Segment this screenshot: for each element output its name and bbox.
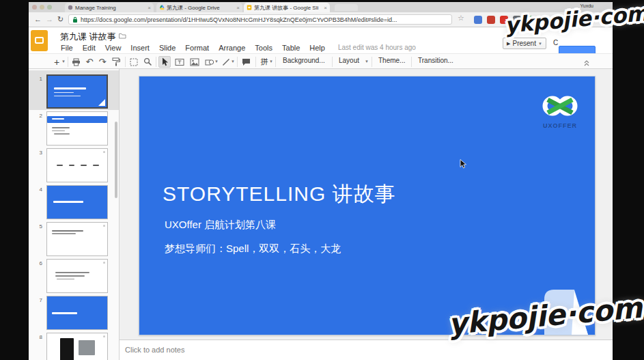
bookmark-star-icon[interactable]: ☆ — [458, 14, 464, 23]
slide-row-7[interactable]: 7 — [29, 293, 119, 330]
menu-view[interactable]: View — [100, 44, 126, 52]
slide-row-5[interactable]: 5 — [29, 219, 119, 256]
menu-arrange[interactable]: Arrange — [214, 44, 250, 52]
address-bar-row: ← → ↻ https://docs.google.com/presentati… — [29, 12, 613, 27]
slide-thumbnail-1[interactable] — [46, 74, 108, 109]
present-button[interactable]: ▶ Present ▼ — [503, 38, 546, 49]
textbox-tool-button[interactable] — [173, 56, 186, 68]
extension-icon[interactable] — [474, 16, 482, 24]
comments-button[interactable]: C — [553, 39, 558, 46]
insert-image-button[interactable] — [188, 56, 201, 68]
uxoffer-logo-text: UXOFFER — [537, 122, 583, 129]
url-input[interactable]: https://docs.google.com/presentation/d/1… — [68, 14, 452, 25]
tab-close-icon[interactable]: × — [148, 5, 151, 11]
back-icon[interactable]: ← — [34, 14, 42, 24]
slide-title-text[interactable]: STORYTELLING 讲故事 — [163, 180, 396, 208]
zoom-fit-button[interactable] — [128, 56, 140, 68]
paint-format-button[interactable] — [110, 56, 122, 68]
new-tab-button[interactable] — [335, 4, 358, 11]
menu-format[interactable]: Format — [180, 44, 214, 52]
document-title[interactable]: 第九课 讲故事 — [60, 31, 116, 43]
drive-favicon — [159, 5, 165, 10]
menu-insert[interactable]: Insert — [126, 44, 154, 52]
slide-mentors-text[interactable]: 梦想导师们：Spell，双双，石头，大龙 — [165, 243, 341, 255]
slide-thumbnail-5[interactable] — [46, 222, 108, 256]
slide-row-8[interactable]: 8 — [29, 330, 119, 360]
last-edit-status[interactable]: Last edit was 4 hours ago — [338, 44, 416, 51]
extension-icon[interactable] — [539, 16, 547, 24]
slides-glyph — [35, 37, 44, 44]
zoom-window-button[interactable] — [47, 5, 52, 10]
tab-google-drive[interactable]: 第九课 - Google Drive × — [156, 3, 242, 12]
speaker-notes-area[interactable]: Click to add notes — [120, 340, 613, 360]
slide-thumbnail-8[interactable] — [46, 333, 108, 360]
notes-placeholder: Click to add notes — [125, 346, 184, 354]
new-slide-caret-icon[interactable]: ▼ — [61, 59, 66, 64]
extension-icon[interactable] — [513, 16, 521, 24]
slide-thumbnail-3[interactable] — [46, 148, 108, 182]
forward-icon[interactable]: → — [46, 14, 53, 24]
tab-strip: Manage Training × 第九课 - Google Drive × 第… — [29, 2, 613, 12]
url-text: https://docs.google.com/presentation/d/1… — [81, 16, 397, 23]
input-tools-caret-icon[interactable]: ▼ — [269, 59, 273, 64]
minimize-window-button[interactable] — [40, 5, 44, 10]
menu-tools[interactable]: Tools — [250, 44, 277, 52]
extension-icon[interactable] — [565, 16, 573, 24]
shape-caret-icon[interactable]: ▼ — [214, 59, 219, 64]
slide-row-2[interactable]: 2 — [29, 109, 119, 146]
line-caret-icon[interactable]: ▼ — [231, 59, 235, 64]
slide-number: 7 — [31, 297, 42, 303]
slide-thumbnail-6[interactable] — [46, 259, 108, 293]
extension-icon[interactable] — [500, 16, 508, 24]
layout-caret-icon[interactable]: ▼ — [365, 59, 369, 64]
print-button[interactable] — [70, 56, 82, 68]
menu-table[interactable]: Table — [277, 44, 305, 52]
tab-google-slides-active[interactable]: 第九课 讲故事 - Google Sli × — [244, 3, 330, 12]
menu-edit[interactable]: Edit — [78, 44, 100, 52]
slide-row-3[interactable]: 3 — [29, 146, 119, 182]
menu-slide[interactable]: Slide — [154, 44, 180, 52]
extension-icon[interactable] — [526, 16, 534, 24]
current-slide[interactable]: UXOFFER STORYTELLING 讲故事 UXOffer 启航计划第八课… — [139, 76, 596, 335]
redo-button[interactable]: ↷ — [96, 56, 109, 68]
tab-manage-training[interactable]: Manage Training × — [65, 3, 154, 12]
slide-number: 3 — [31, 150, 42, 156]
theme-button[interactable]: Theme... — [378, 57, 405, 64]
play-icon: ▶ — [507, 41, 510, 46]
slide-thumbnail-4[interactable] — [46, 185, 108, 219]
extension-icon[interactable] — [487, 16, 495, 24]
thumb-photo-dark — [60, 338, 73, 360]
chrome-profile-name[interactable]: Yuxdu — [580, 3, 593, 8]
slide-row-1[interactable]: 1 — [29, 72, 119, 109]
slide-row-4[interactable]: 4 — [29, 182, 119, 219]
filmstrip-scrollbar[interactable] — [115, 122, 117, 198]
undo-button[interactable]: ↶ — [83, 56, 96, 68]
menu-file[interactable]: File — [56, 44, 78, 52]
https-lock-icon — [72, 16, 78, 23]
background-button[interactable]: Background... — [283, 57, 325, 64]
slide-number: 8 — [31, 334, 42, 340]
slide-number: 5 — [31, 223, 42, 230]
slide-row-6[interactable]: 6 — [29, 256, 119, 293]
slides-app-icon[interactable] — [31, 30, 48, 51]
comment-tool-button[interactable] — [240, 56, 252, 68]
slide-thumbnail-2[interactable] — [46, 111, 108, 146]
tab-close-icon[interactable]: × — [324, 5, 327, 11]
close-window-button[interactable] — [32, 5, 37, 10]
transition-button[interactable]: Transition... — [418, 57, 453, 64]
menu-help[interactable]: Help — [305, 44, 330, 52]
slide-subtitle-text[interactable]: UXOffer 启航计划第八课 — [165, 219, 276, 232]
slide-number: 4 — [31, 186, 42, 193]
reload-icon[interactable]: ↻ — [57, 14, 64, 24]
edit-toolbar: + ▼ ↶ ↷ — [29, 53, 613, 69]
collapse-toolbar-icon[interactable] — [583, 57, 590, 70]
select-tool-button[interactable] — [158, 56, 171, 68]
zoom-button[interactable] — [141, 56, 154, 68]
extension-icon[interactable] — [552, 16, 560, 24]
slide-thumbnail-7[interactable] — [46, 296, 108, 330]
mouse-cursor — [460, 159, 467, 169]
layout-button[interactable]: Layout — [339, 57, 359, 64]
move-to-folder-icon[interactable] — [119, 33, 126, 39]
slide-number: 1 — [31, 76, 42, 82]
tab-close-icon[interactable]: × — [236, 5, 240, 11]
